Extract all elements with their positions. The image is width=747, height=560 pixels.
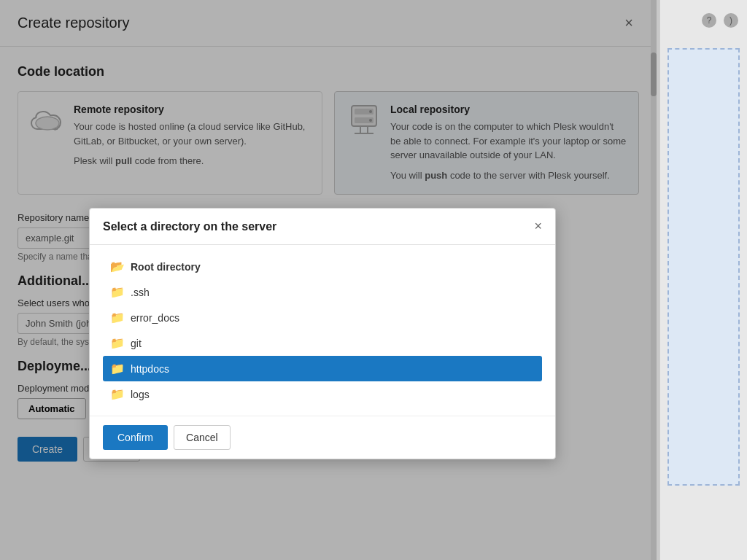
dir-item-ssh[interactable]: 📁 .ssh	[103, 279, 542, 305]
dir-item-logs[interactable]: 📁 logs	[103, 381, 542, 407]
folder-git-icon: 📁	[110, 336, 125, 350]
dir-item-httpdocs[interactable]: 📁 httpdocs	[103, 356, 542, 381]
dir-cancel-button[interactable]: Cancel	[174, 425, 231, 450]
directory-select-dialog: Select a directory on the server × 📂 Roo…	[89, 208, 556, 459]
background-panel: ? )	[659, 0, 747, 560]
folder-ssh-icon: 📁	[110, 285, 125, 299]
dir-item-logs-label: logs	[131, 389, 150, 400]
folder-logs-icon: 📁	[110, 387, 125, 401]
dir-item-error-docs[interactable]: 📁 error_docs	[103, 305, 542, 330]
confirm-button[interactable]: Confirm	[103, 425, 168, 450]
dir-item-httpdocs-label: httpdocs	[131, 363, 169, 375]
dir-dialog-close-button[interactable]: ×	[534, 219, 542, 234]
dir-item-git[interactable]: 📁 git	[103, 330, 542, 356]
dir-item-git-label: git	[131, 338, 142, 349]
panel-icons: ? )	[660, 0, 747, 41]
dir-dialog-title: Select a directory on the server	[103, 220, 276, 233]
dir-item-ssh-label: .ssh	[131, 287, 150, 298]
folder-root-icon: 📂	[110, 260, 125, 273]
folder-httpdocs-icon: 📁	[110, 362, 125, 376]
dir-dialog-header: Select a directory on the server ×	[90, 209, 555, 245]
dir-item-root-label: Root directory	[131, 261, 201, 273]
folder-error-docs-icon: 📁	[110, 311, 125, 324]
dir-item-error-docs-label: error_docs	[131, 312, 179, 324]
dir-dialog-body: 📂 Root directory 📁 .ssh 📁 error_docs 📁 g…	[90, 245, 555, 416]
dashed-area	[667, 48, 740, 486]
dir-dialog-footer: Confirm Cancel	[90, 416, 555, 459]
dir-item-root[interactable]: 📂 Root directory	[103, 254, 542, 279]
help-icon[interactable]: ?	[702, 13, 716, 28]
theme-icon[interactable]: )	[724, 13, 738, 28]
